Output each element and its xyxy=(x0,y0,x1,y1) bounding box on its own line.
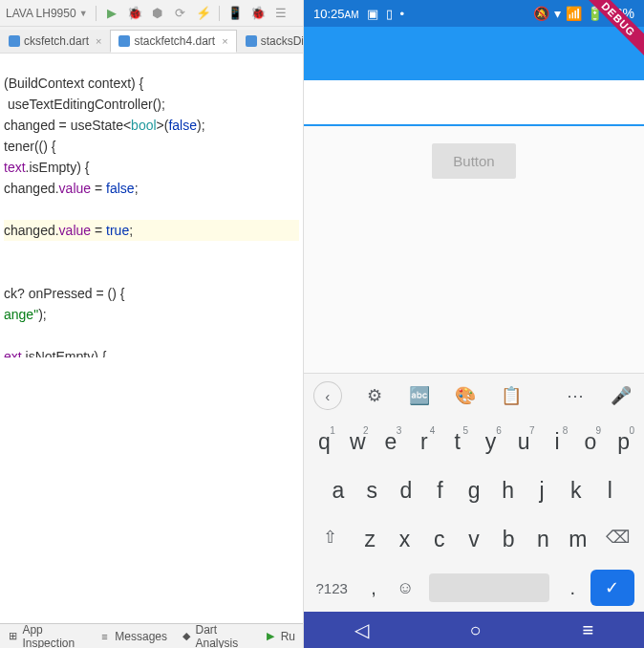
inspection-icon: ⊞ xyxy=(8,630,18,643)
nav-back-icon[interactable]: ◁ xyxy=(354,618,369,641)
run-icon: ▶ xyxy=(264,630,277,643)
tab-stackfetch4[interactable]: stackfetch4.dart× xyxy=(110,30,236,53)
signal-icon: 📶 xyxy=(566,6,582,21)
notif-icon: ▯ xyxy=(386,7,393,21)
enter-key[interactable]: ✓ xyxy=(590,570,634,606)
key-a[interactable]: a xyxy=(321,472,355,509)
key-o[interactable]: o9 xyxy=(573,423,607,461)
dart-file-icon xyxy=(9,35,20,47)
key-k[interactable]: k xyxy=(559,472,593,509)
key-y[interactable]: y6 xyxy=(474,423,507,461)
key-v[interactable]: v xyxy=(457,521,491,558)
kbd-back-icon[interactable]: ‹ xyxy=(313,381,342,410)
disabled-button: Button xyxy=(432,143,515,179)
dart-analysis-tab[interactable]: ◆Dart Analysis xyxy=(181,623,250,649)
key-n[interactable]: n xyxy=(526,521,560,558)
key-d[interactable]: d xyxy=(389,472,423,509)
coverage-icon[interactable]: ⬢ xyxy=(150,6,165,21)
key-r[interactable]: r4 xyxy=(407,423,440,461)
more-icon[interactable]: ☰ xyxy=(273,6,289,21)
run-icon[interactable]: ▶ xyxy=(104,6,119,21)
palette-icon[interactable]: 🎨 xyxy=(452,382,479,409)
soft-keyboard: ‹ ⚙ 🔤 🎨 📋 ⋯ 🎤 q1w2e3r4t5y6u7i8o9p0 asdfg… xyxy=(304,373,644,612)
kbd-row-1: q1w2e3r4t5y6u7i8o9p0 xyxy=(304,418,644,466)
dart-icon: ◆ xyxy=(181,630,191,643)
notif-dot-icon: • xyxy=(400,7,405,21)
tab-cksfetch[interactable]: cksfetch.dart× xyxy=(0,30,110,53)
notif-icon: ▣ xyxy=(367,7,378,21)
app-inspection-tab[interactable]: ⊞App Inspection xyxy=(8,623,84,649)
run-tab[interactable]: ▶Ru xyxy=(264,630,295,643)
text-field[interactable] xyxy=(304,80,644,126)
code-editor[interactable]: (BuildContext context) { useTextEditingC… xyxy=(0,54,303,357)
key-b[interactable]: b xyxy=(491,521,526,558)
kbd-row-2: asdfghjkl xyxy=(304,466,644,515)
backspace-key[interactable]: ⌫ xyxy=(595,521,640,558)
app-body: Button xyxy=(304,80,644,373)
battery-icon: 🔋 xyxy=(587,6,603,21)
messages-icon: ≡ xyxy=(97,630,111,643)
key-w[interactable]: w2 xyxy=(341,423,375,461)
key-u[interactable]: u7 xyxy=(507,423,541,461)
key-q[interactable]: q1 xyxy=(308,423,341,461)
translate-icon[interactable]: 🔤 xyxy=(406,382,433,409)
key-z[interactable]: z xyxy=(353,521,387,558)
battery-pct: 96% xyxy=(608,6,634,21)
gear-icon[interactable]: ⚙ xyxy=(361,382,388,409)
hot-reload-icon[interactable]: ⚡ xyxy=(196,6,211,21)
nav-recent-icon[interactable]: ≡ xyxy=(582,619,593,641)
emoji-key[interactable]: ☺ xyxy=(392,572,419,604)
messages-tab[interactable]: ≡Messages xyxy=(97,630,167,643)
key-x[interactable]: x xyxy=(387,521,421,558)
key-t[interactable]: t5 xyxy=(440,423,474,461)
clipboard-icon[interactable]: 📋 xyxy=(498,382,525,409)
attach-icon[interactable]: 📱 xyxy=(227,6,243,21)
key-j[interactable]: j xyxy=(525,472,559,509)
close-icon[interactable]: × xyxy=(96,35,101,47)
ide-toolbar: LAVA LH9950▼ ▶ 🐞 ⬢ ⟳ ⚡ 📱 🐞 ☰ xyxy=(0,0,303,27)
key-h[interactable]: h xyxy=(491,472,526,509)
editor-tabs: cksfetch.dart× stackfetch4.dart× stacksD… xyxy=(0,27,303,54)
mic-icon[interactable]: 🎤 xyxy=(608,382,634,409)
debug-icon[interactable]: 🐞 xyxy=(127,6,142,21)
key-s[interactable]: s xyxy=(355,472,390,509)
symbols-key[interactable]: ?123 xyxy=(308,580,355,596)
stop-icon[interactable]: 🐞 xyxy=(250,6,266,21)
dnd-icon: 🔕 xyxy=(533,6,549,21)
key-l[interactable]: l xyxy=(593,472,628,509)
wifi-icon: ▾ xyxy=(554,6,561,21)
key-e[interactable]: e3 xyxy=(375,423,408,461)
period-key[interactable]: . xyxy=(559,572,587,605)
key-m[interactable]: m xyxy=(561,521,595,558)
dart-file-icon xyxy=(118,35,130,47)
android-status-bar: 10:25AM ▣ ▯ • 🔕 ▾ 📶 🔋 96% xyxy=(304,0,644,27)
key-p[interactable]: p0 xyxy=(607,423,640,461)
device-selector[interactable]: LAVA LH9950▼ xyxy=(6,7,88,20)
profile-icon[interactable]: ⟳ xyxy=(173,6,188,21)
shift-key[interactable]: ⇧ xyxy=(308,521,353,558)
app-bar xyxy=(304,27,644,80)
key-i[interactable]: i8 xyxy=(541,423,574,461)
device-preview: 10:25AM ▣ ▯ • 🔕 ▾ 📶 🔋 96% DEBUG Button ‹… xyxy=(303,0,644,648)
keyboard-toolbar: ‹ ⚙ 🔤 🎨 📋 ⋯ 🎤 xyxy=(304,374,644,418)
more-icon[interactable]: ⋯ xyxy=(563,382,590,409)
close-icon[interactable]: × xyxy=(222,35,227,47)
nav-home-icon[interactable]: ○ xyxy=(470,619,482,641)
status-time: 10:25AM xyxy=(313,7,359,21)
space-key[interactable] xyxy=(429,573,549,602)
dart-file-icon xyxy=(246,35,257,47)
comma-key[interactable]: , xyxy=(359,572,387,605)
ide-bottom-bar: ⊞App Inspection ≡Messages ◆Dart Analysis… xyxy=(0,623,303,648)
android-navbar: ◁ ○ ≡ xyxy=(304,612,644,648)
kbd-row-3: ⇧ zxcvbnm ⌫ xyxy=(304,515,644,564)
key-g[interactable]: g xyxy=(457,472,491,509)
key-f[interactable]: f xyxy=(423,472,458,509)
kbd-row-4: ?123 , ☺ . ✓ xyxy=(304,564,644,612)
key-c[interactable]: c xyxy=(422,521,457,558)
